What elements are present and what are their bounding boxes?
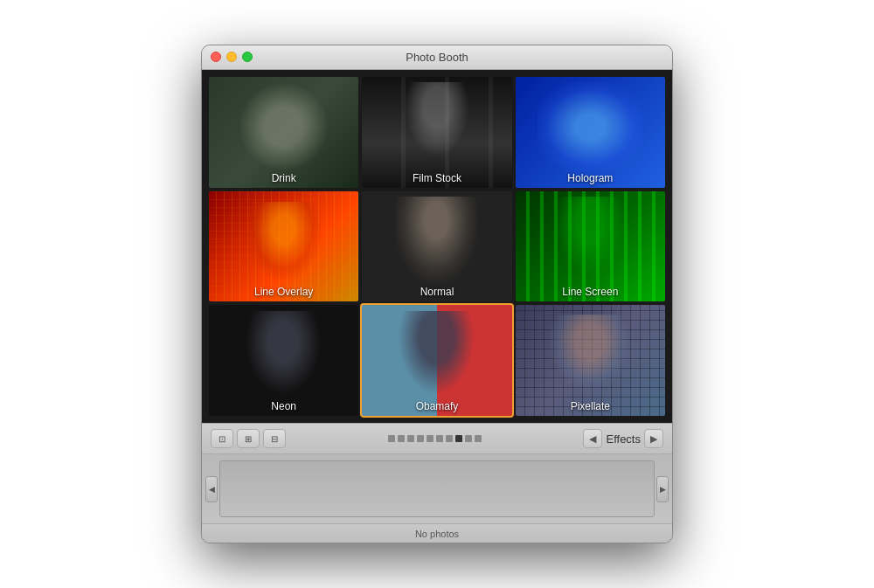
- prev-icon: ◀: [589, 433, 596, 445]
- dot-1[interactable]: [388, 435, 395, 442]
- dot-9[interactable]: [465, 435, 472, 442]
- status-text: No photos: [415, 529, 459, 539]
- dot-7[interactable]: [446, 435, 453, 442]
- traffic-lights: [211, 52, 253, 62]
- titlebar: Photo Booth: [202, 45, 672, 70]
- pixellate-face: [548, 315, 630, 392]
- effect-normal-label: Normal: [362, 286, 511, 298]
- dot-3[interactable]: [407, 435, 414, 442]
- view-single-icon: ⊡: [218, 434, 225, 444]
- toolbar: ⊡ ⊞ ⊟ ◀ Effects: [202, 423, 672, 453]
- linescreen-person: [552, 197, 628, 280]
- prev-effects-button[interactable]: ◀: [583, 429, 602, 448]
- effect-filmstock[interactable]: Film Stock: [362, 77, 511, 188]
- normal-person: [395, 197, 477, 283]
- next-effects-button[interactable]: ▶: [644, 429, 663, 448]
- toolbar-right: ◀ Effects ▶: [583, 429, 663, 448]
- photo-booth-window: Photo Booth Drink Film Stock: [201, 45, 673, 544]
- effect-lineoverlay-label: Line Overlay: [209, 286, 358, 298]
- effect-hologram[interactable]: Hologram: [516, 77, 665, 188]
- dot-6[interactable]: [436, 435, 443, 442]
- effect-neon-label: Neon: [209, 400, 358, 412]
- effects-grid: Drink Film Stock Hologram: [209, 77, 665, 417]
- effect-drink[interactable]: Drink: [209, 77, 358, 188]
- close-button[interactable]: [211, 52, 221, 62]
- effects-label: Effects: [606, 432, 641, 446]
- view-strip-icon: ⊟: [271, 434, 278, 444]
- effect-hologram-label: Hologram: [516, 172, 665, 184]
- drink-visual: [239, 82, 329, 171]
- effect-pixellate-label: Pixellate: [516, 400, 665, 412]
- effect-neon[interactable]: Neon: [209, 305, 358, 416]
- effect-filmstock-label: Film Stock: [362, 172, 511, 184]
- view-grid-button[interactable]: ⊞: [237, 429, 260, 448]
- effect-drink-label: Drink: [209, 172, 358, 184]
- maximize-button[interactable]: [242, 52, 253, 62]
- photo-strip: ◀ ▶: [202, 453, 672, 523]
- dot-5[interactable]: [427, 435, 434, 442]
- strip-scroll-right[interactable]: ▶: [656, 476, 669, 502]
- effects-area: Drink Film Stock Hologram: [202, 70, 672, 424]
- lineoverlay-face: [246, 202, 322, 280]
- toolbar-view-buttons: ⊡ ⊞ ⊟: [211, 429, 286, 448]
- view-grid-icon: ⊞: [245, 434, 252, 444]
- hologram-glow: [538, 82, 642, 171]
- strip-scroll-left[interactable]: ◀: [205, 476, 218, 502]
- effect-lineoverlay[interactable]: Line Overlay: [209, 191, 358, 302]
- effect-pixellate[interactable]: Pixellate: [516, 305, 665, 416]
- dot-2[interactable]: [398, 435, 405, 442]
- strip-inner: [219, 460, 655, 517]
- page-dots: [388, 435, 482, 442]
- dot-10[interactable]: [475, 435, 482, 442]
- effect-obamafy[interactable]: Obamafy: [362, 305, 511, 416]
- effect-normal[interactable]: Normal: [362, 191, 511, 302]
- status-bar: No photos: [202, 523, 672, 543]
- effect-linescreen-label: Line Screen: [516, 286, 665, 298]
- filmstock-person: [399, 82, 475, 165]
- dot-4[interactable]: [417, 435, 424, 442]
- next-icon: ▶: [650, 433, 657, 445]
- dot-8[interactable]: [455, 435, 462, 442]
- window-title: Photo Booth: [406, 51, 468, 64]
- minimize-button[interactable]: [226, 52, 237, 62]
- obamafy-shadow: [395, 311, 477, 400]
- view-single-button[interactable]: ⊡: [211, 429, 233, 448]
- neon-person: [242, 311, 324, 400]
- effect-obamafy-label: Obamafy: [362, 400, 511, 412]
- effect-linescreen[interactable]: Line Screen: [516, 191, 665, 302]
- view-strip-button[interactable]: ⊟: [263, 429, 286, 448]
